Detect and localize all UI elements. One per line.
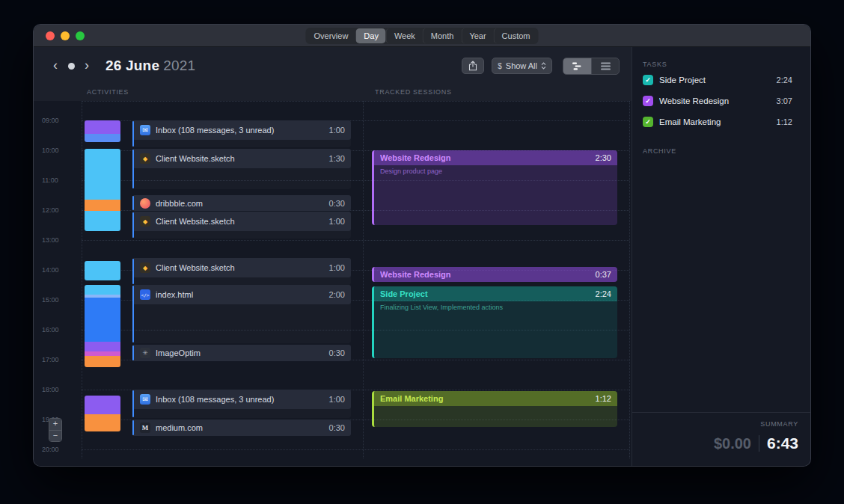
grid-line [82,101,82,458]
sketch-icon: ◆ [140,153,150,164]
timeline-segment[interactable] [85,211,120,231]
activity-block[interactable]: ◆Client Website.sketch1:00 [132,258,351,285]
tab-month[interactable]: Month [423,28,462,43]
view-toggle-list[interactable] [591,58,619,74]
grid-line [629,101,630,458]
task-checkbox-icon[interactable]: ✓ [643,75,653,85]
session-duration: 2:30 [596,153,611,162]
activity-block[interactable]: ◆Client Website.sketch1:00 [132,212,351,239]
zoom-out-button[interactable]: − [49,430,61,441]
task-row[interactable]: ✓ Side Project 2:24 [641,71,801,89]
time-label: 15:00 [42,296,73,304]
session-card[interactable]: Website Redesign2:30 Design product page [372,150,617,225]
activity-accent-line [132,121,134,147]
fullscreen-window-icon[interactable] [76,31,85,40]
task-row[interactable]: ✓ Email Marketing 1:12 [641,113,801,131]
dribbble-icon [140,198,150,209]
session-card[interactable]: Website Redesign0:37 [372,267,617,282]
activity-block[interactable]: ✳ImageOptim0:30 [132,345,351,361]
activity-duration: 0:30 [329,199,345,208]
session-duration: 0:37 [596,270,611,279]
session-card[interactable]: Side Project2:24 Finalizing List View, I… [372,286,617,358]
timeline-segment[interactable] [85,200,120,211]
activity-duration: 1:00 [329,263,345,272]
session-duration: 1:12 [596,394,611,403]
date-main: 26 June [106,58,159,73]
timeline-segment[interactable] [85,298,120,342]
zoom-in-button[interactable]: + [49,419,61,430]
activity-block[interactable]: ◆Client Website.sketch1:30 [132,149,351,189]
session-title: Side Project [380,289,590,298]
timeline-segment[interactable] [85,285,120,295]
today-button[interactable] [64,57,79,75]
column-headers: ACTIVITIES TRACKED SESSIONS [34,84,632,101]
medium-icon: M [140,422,150,433]
activity-label: ImageOptim [156,348,324,357]
timeline-view-icon [572,62,582,70]
tab-custom[interactable]: Custom [494,28,538,43]
activity-duration: 2:00 [329,290,345,299]
activities-column-header: ACTIVITIES [87,88,129,96]
main-header: ‹ › 26 June2021 $ Show All [34,47,632,84]
close-window-icon[interactable] [46,31,55,40]
activity-block[interactable]: dribbble.com0:30 [132,195,351,211]
activity-duration: 1:00 [329,395,345,404]
activity-block[interactable]: ✉Inbox (108 messages, 3 unread)1:00 [132,390,351,418]
share-icon [468,61,477,71]
activity-block[interactable]: </>index.html2:00 [132,285,351,343]
timeline-canvas: 09:00 10:00 11:00 12:00 13:00 14:00 15:0… [34,101,632,466]
timeline-segment[interactable] [85,356,120,367]
filter-label: Show All [506,61,537,70]
grid-line [82,101,629,102]
timeline-segment[interactable] [85,342,120,351]
task-label: Email Marketing [659,117,771,126]
time-label: 14:00 [42,266,73,274]
activity-duration: 0:30 [329,423,345,432]
tab-overview[interactable]: Overview [306,28,355,43]
minimize-window-icon[interactable] [61,31,70,40]
activity-duration: 1:00 [329,126,345,135]
activity-block[interactable]: ✉Inbox (108 messages, 3 unread)1:00 [132,120,351,147]
task-row[interactable]: ✓ Website Redesign 3:07 [641,92,801,110]
share-button[interactable] [462,58,484,74]
main-panel: ‹ › 26 June2021 $ Show All [34,47,632,466]
timeline-segment[interactable] [85,134,120,142]
timeline-segment[interactable] [85,120,120,134]
activity-accent-line [132,259,134,284]
task-duration: 2:24 [777,76,792,84]
archive-header: ARCHIVE [641,147,801,155]
activity-duration: 1:00 [329,217,345,226]
previous-day-button[interactable]: ‹ [47,57,64,75]
timeline-segment[interactable] [85,261,120,280]
sidebar: TASKS ✓ Side Project 2:24 ✓ Website Rede… [632,47,810,466]
tab-week[interactable]: Week [386,28,423,43]
filter-dropdown[interactable]: $ Show All [492,58,552,74]
view-toggle-timeline[interactable] [563,58,591,74]
activity-accent-line [132,150,134,188]
task-checkbox-icon[interactable]: ✓ [643,117,653,127]
timeline-segment[interactable] [85,396,120,414]
task-checkbox-icon[interactable]: ✓ [643,96,653,106]
session-title: Website Redesign [380,270,590,279]
view-tabs: Overview Day Week Month Year Custom [305,28,538,44]
next-day-button[interactable]: › [79,57,95,75]
task-label: Side Project [659,76,771,84]
tab-year[interactable]: Year [461,28,493,43]
summary-divider [759,435,759,452]
imageoptim-icon: ✳ [140,348,150,358]
time-label: 16:00 [42,326,73,334]
activity-label: Client Website.sketch [156,217,324,226]
summary-panel: SUMMARY $0.00 6:43 [632,412,810,466]
timeline-segment[interactable] [85,414,120,431]
tab-day[interactable]: Day [355,28,386,43]
activity-block[interactable]: Mmedium.com0:30 [132,420,351,436]
summary-amount: $0.00 [714,435,751,452]
layout-toggle [563,58,620,75]
mail-icon: ✉ [140,394,150,405]
time-label: 12:00 [42,206,73,214]
activity-label: index.html [156,290,324,299]
task-duration: 1:12 [777,117,792,126]
today-dot-icon [68,63,75,70]
timeline-segment[interactable] [85,149,120,200]
session-card[interactable]: Email Marketing1:12 [372,391,617,427]
